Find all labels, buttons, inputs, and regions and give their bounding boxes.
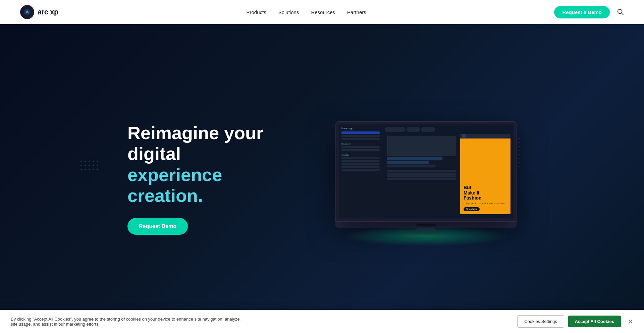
request-demo-nav-button[interactable]: Request a Demo [554, 6, 610, 18]
search-icon [616, 8, 624, 15]
hero-title-line1: Reimagine your digital [127, 123, 263, 164]
hero-text: Reimagine your digital experience creati… [127, 122, 302, 234]
logo-icon [20, 5, 34, 19]
navbar: arc xp Products Solutions Resources Part… [0, 0, 644, 24]
laptop-mockup: Homepage Navigation Scalable [335, 121, 517, 236]
nav-resources[interactable]: Resources [311, 9, 335, 15]
svg-point-1 [618, 9, 622, 13]
cookie-actions: Cookies Settings Accept All Cookies ✕ [517, 315, 633, 328]
cookie-banner: By clicking "Accept All Cookies", you ag… [0, 310, 644, 333]
svg-point-0 [24, 9, 31, 15]
nav-products[interactable]: Products [246, 9, 266, 15]
hero-image: Homepage Navigation Scalable [309, 121, 517, 236]
navbar-right: Request a Demo [554, 6, 624, 18]
accept-all-cookies-button[interactable]: Accept All Cookies [568, 316, 621, 327]
svg-line-2 [622, 13, 623, 15]
hero-cta-button[interactable]: Request Demo [127, 218, 188, 235]
search-button[interactable] [616, 8, 624, 16]
nav-partners[interactable]: Partners [347, 9, 366, 15]
close-cookie-banner-button[interactable]: ✕ [628, 318, 633, 326]
cookies-settings-button[interactable]: Cookies Settings [517, 315, 564, 328]
logo[interactable]: arc xp [20, 5, 58, 19]
cookie-text: By clicking "Accept All Cookies", you ag… [11, 317, 246, 327]
hero-section: Reimagine your digital experience creati… [0, 0, 644, 333]
nav-solutions[interactable]: Solutions [278, 9, 299, 15]
logo-text: arc xp [38, 8, 58, 16]
dots-decoration-left [80, 161, 98, 173]
hero-title: Reimagine your digital experience creati… [127, 122, 302, 206]
hero-title-line2: experience creation. [127, 165, 222, 206]
nav-links: Products Solutions Resources Partners [246, 9, 366, 15]
